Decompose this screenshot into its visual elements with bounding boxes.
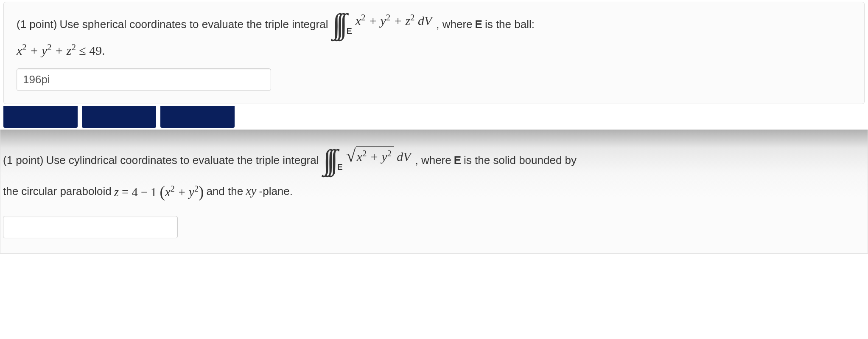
nav-tab-1[interactable]	[3, 106, 78, 128]
dV: dV	[397, 147, 411, 167]
triple-integral-1: ∫∫∫ E x2 + y2 + z2 dV	[332, 13, 432, 36]
tab-bar	[0, 106, 868, 130]
problem-1-panel: (1 point) Use spherical coordinates to e…	[3, 2, 865, 104]
answer-input-2[interactable]	[3, 216, 178, 238]
problem-1-prompt: (1 point) Use spherical coordinates to e…	[17, 13, 851, 36]
problem-2-prompt: (1 point) Use cylindrical coordinates to…	[3, 149, 859, 172]
integral-sign-icon: ∫∫∫	[332, 13, 343, 36]
region-name-bold-2: E	[454, 152, 461, 169]
radical-icon: √	[346, 151, 356, 160]
points-label-2: (1 point)	[3, 152, 43, 169]
xy-text: xy	[246, 182, 256, 201]
plane-text: -plane.	[259, 183, 293, 200]
line2-after: and the	[206, 183, 243, 200]
answer-input-1[interactable]	[17, 68, 271, 91]
radicand: x2 + y2	[356, 146, 395, 167]
prompt-after-2: is the ball:	[485, 16, 535, 33]
integral-sign-icon-2: ∫∫∫	[323, 149, 334, 172]
integral-subscript-2: E	[337, 161, 343, 173]
problem-2-line2: the circular paraboloid z = 4 − 1 (x2 + …	[3, 179, 859, 203]
prompt-text-before-2: Use cylindrical coordinates to evaluate …	[46, 152, 319, 169]
prompt-after-1b: , where	[415, 152, 451, 169]
constraint-1: x2 + y2 + z2 ≤ 49.	[17, 43, 851, 58]
prompt-text-before: Use spherical coordinates to evaluate th…	[59, 16, 328, 33]
integrand-1: x2 + y2 + z2 dV	[356, 11, 432, 31]
nav-tab-3[interactable]	[160, 106, 235, 128]
prompt-after-1: , where	[436, 16, 472, 33]
sqrt-expression: √ x2 + y2	[346, 146, 394, 167]
integral-subscript: E	[347, 25, 352, 37]
prompt-after-2b: is the solid bounded by	[464, 152, 577, 169]
line2-before: the circular paraboloid	[3, 183, 112, 200]
triple-integral-2: ∫∫∫ E √ x2 + y2 dV	[323, 149, 411, 172]
paraboloid-eq: z = 4 − 1 (x2 + y2)	[114, 179, 204, 203]
problem-2-panel: (1 point) Use cylindrical coordinates to…	[0, 130, 868, 254]
nav-tab-2[interactable]	[82, 106, 156, 128]
region-name-bold: E	[475, 16, 482, 33]
points-label: (1 point)	[17, 16, 57, 33]
